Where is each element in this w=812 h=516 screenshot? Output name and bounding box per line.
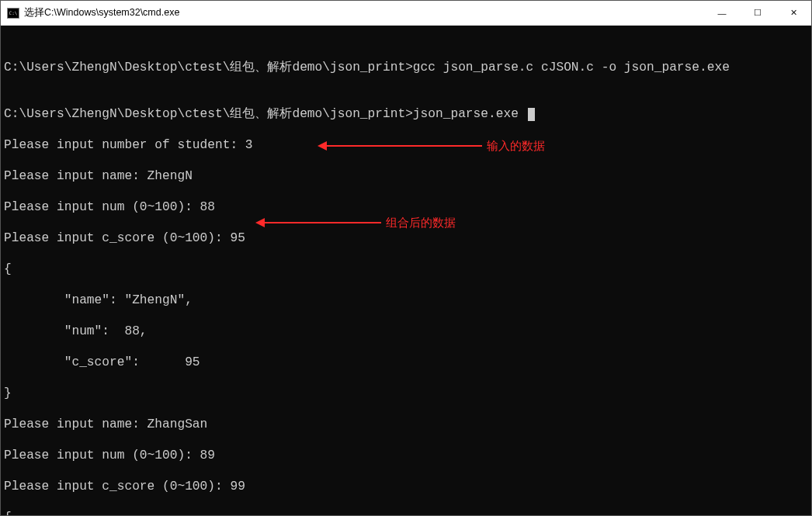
cmd-icon (7, 8, 19, 19)
annotation-output-data: 组合后的数据 (265, 215, 456, 230)
minimize-button[interactable]: — (704, 1, 740, 26)
compile-command: C:\Users\ZhengN\Desktop\ctest\组包、解析demo\… (4, 60, 808, 75)
student1-num-prompt: Please input num (0~100): 88 (4, 199, 808, 215)
json-open: { (4, 261, 808, 277)
window-titlebar[interactable]: 选择C:\Windows\system32\cmd.exe — ☐ ✕ (1, 1, 811, 26)
arrow-left-icon (265, 222, 381, 223)
student2-name-prompt: Please input name: ZhangSan (4, 417, 808, 432)
student1-json-num: "num": 88, (4, 324, 808, 339)
close-button[interactable]: ✕ (776, 1, 811, 26)
json-open: { (4, 510, 808, 515)
student1-json-name: "name": "ZhengN", (4, 293, 808, 308)
run-command: C:\Users\ZhengN\Desktop\ctest\组包、解析demo\… (4, 106, 808, 122)
cursor-icon (528, 108, 535, 121)
student2-num-prompt: Please input num (0~100): 89 (4, 448, 808, 463)
json-close: } (4, 386, 808, 401)
student2-cscore-prompt: Please input c_score (0~100): 99 (4, 479, 808, 494)
student1-json-cscore: "c_score": 95 (4, 355, 808, 370)
cmd-window: 选择C:\Windows\system32\cmd.exe — ☐ ✕ C:\U… (0, 0, 812, 516)
annotation-output-label: 组合后的数据 (386, 215, 456, 230)
student1-cscore-prompt: Please input c_score (0~100): 95 (4, 230, 808, 246)
student1-name-prompt: Please input name: ZhengN (4, 168, 808, 184)
terminal-output[interactable]: C:\Users\ZhengN\Desktop\ctest\组包、解析demo\… (1, 26, 811, 515)
maximize-button[interactable]: ☐ (740, 1, 776, 26)
student-count-prompt: Please input number of student: 3 (4, 137, 808, 153)
window-title: 选择C:\Windows\system32\cmd.exe (24, 6, 179, 19)
